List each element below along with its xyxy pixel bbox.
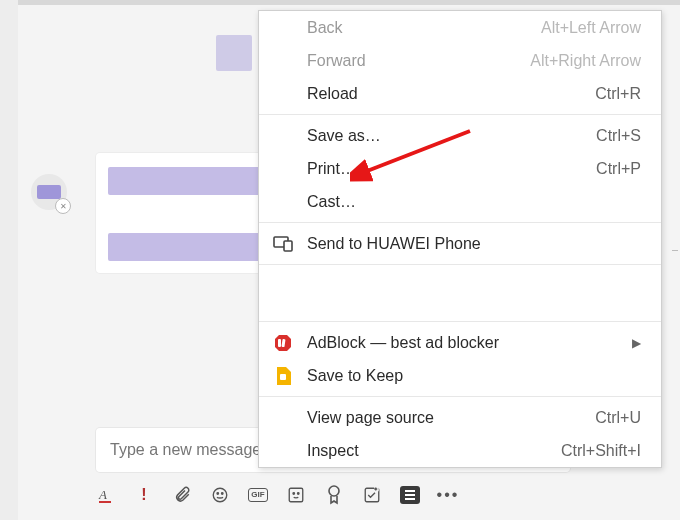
format-icon[interactable]: A bbox=[96, 485, 116, 505]
menu-separator bbox=[259, 321, 661, 322]
svg-point-6 bbox=[298, 493, 300, 495]
svg-rect-10 bbox=[405, 490, 415, 492]
svg-rect-12 bbox=[405, 498, 415, 500]
menu-shortcut: Ctrl+R bbox=[595, 85, 641, 103]
menu-separator bbox=[259, 396, 661, 397]
prior-message-snippet bbox=[216, 35, 252, 71]
approvals-icon[interactable] bbox=[362, 485, 382, 505]
adblock-icon bbox=[273, 333, 293, 353]
menu-shortcut: Ctrl+Shift+I bbox=[561, 442, 641, 460]
sticker-icon[interactable] bbox=[286, 485, 306, 505]
compose-placeholder: Type a new message bbox=[110, 441, 261, 459]
gif-icon[interactable]: GIF bbox=[248, 485, 268, 505]
menu-label: Save to Keep bbox=[307, 367, 403, 385]
avatar-image bbox=[37, 185, 61, 199]
redacted-text bbox=[108, 233, 268, 261]
cast-device-icon bbox=[273, 234, 293, 254]
channel-gutter bbox=[18, 5, 86, 520]
context-menu: Back Alt+Left Arrow Forward Alt+Right Ar… bbox=[258, 10, 662, 468]
svg-point-1 bbox=[213, 488, 227, 502]
svg-rect-18 bbox=[280, 374, 286, 380]
redacted-text bbox=[108, 167, 268, 195]
keep-icon bbox=[273, 366, 293, 386]
submenu-arrow-icon: ▶ bbox=[632, 336, 641, 350]
menu-label: View page source bbox=[307, 409, 434, 427]
menu-label: Print… bbox=[307, 160, 356, 178]
svg-point-7 bbox=[329, 486, 339, 496]
apps-icon[interactable] bbox=[400, 486, 420, 504]
menu-label: Forward bbox=[307, 52, 366, 70]
menu-label: Send to HUAWEI Phone bbox=[307, 235, 481, 253]
praise-icon[interactable] bbox=[324, 485, 344, 505]
menu-shortcut: Ctrl+P bbox=[596, 160, 641, 178]
svg-text:A: A bbox=[98, 487, 107, 502]
menu-shortcut: Ctrl+U bbox=[595, 409, 641, 427]
attach-icon[interactable] bbox=[172, 485, 192, 505]
svg-rect-16 bbox=[278, 339, 281, 347]
svg-rect-4 bbox=[289, 488, 303, 502]
menu-label: Save as… bbox=[307, 127, 381, 145]
menu-save-to-keep[interactable]: Save to Keep bbox=[259, 359, 661, 392]
svg-point-5 bbox=[293, 493, 295, 495]
menu-send-to-phone[interactable]: Send to HUAWEI Phone bbox=[259, 227, 661, 260]
menu-view-source[interactable]: View page source Ctrl+U bbox=[259, 401, 661, 434]
menu-shortcut: Alt+Right Arrow bbox=[530, 52, 641, 70]
more-icon[interactable]: ••• bbox=[438, 485, 458, 505]
menu-cast[interactable]: Cast… bbox=[259, 185, 661, 218]
menu-label: Reload bbox=[307, 85, 358, 103]
menu-label: Cast… bbox=[307, 193, 356, 211]
menu-label: Inspect bbox=[307, 442, 359, 460]
svg-point-2 bbox=[217, 493, 219, 495]
svg-rect-11 bbox=[405, 494, 415, 496]
svg-rect-14 bbox=[284, 241, 292, 251]
emoji-icon[interactable] bbox=[210, 485, 230, 505]
svg-point-3 bbox=[222, 493, 224, 495]
menu-shortcut: Ctrl+S bbox=[596, 127, 641, 145]
menu-print[interactable]: Print… Ctrl+P bbox=[259, 152, 661, 185]
menu-inspect[interactable]: Inspect Ctrl+Shift+I bbox=[259, 434, 661, 467]
menu-separator bbox=[259, 264, 661, 265]
menu-adblock[interactable]: AdBlock — best ad blocker ▶ bbox=[259, 326, 661, 359]
app-rail bbox=[0, 0, 18, 520]
menu-separator bbox=[259, 222, 661, 223]
menu-reload[interactable]: Reload Ctrl+R bbox=[259, 77, 661, 110]
menu-spacer bbox=[259, 269, 661, 317]
menu-separator bbox=[259, 114, 661, 115]
compose-toolbar: A ! GIF ••• bbox=[96, 480, 566, 510]
menu-forward[interactable]: Forward Alt+Right Arrow bbox=[259, 44, 661, 77]
app-root: ✕ Type a new message A ! GIF bbox=[0, 0, 680, 520]
menu-save-as[interactable]: Save as… Ctrl+S bbox=[259, 119, 661, 152]
menu-label: Back bbox=[307, 19, 343, 37]
menu-label: AdBlock — best ad blocker bbox=[307, 334, 499, 352]
menu-shortcut: Alt+Left Arrow bbox=[541, 19, 641, 37]
scroll-hint bbox=[672, 250, 678, 251]
presence-unknown-icon: ✕ bbox=[55, 198, 71, 214]
menu-back[interactable]: Back Alt+Left Arrow bbox=[259, 11, 661, 44]
priority-icon[interactable]: ! bbox=[134, 485, 154, 505]
avatar[interactable]: ✕ bbox=[31, 174, 67, 210]
